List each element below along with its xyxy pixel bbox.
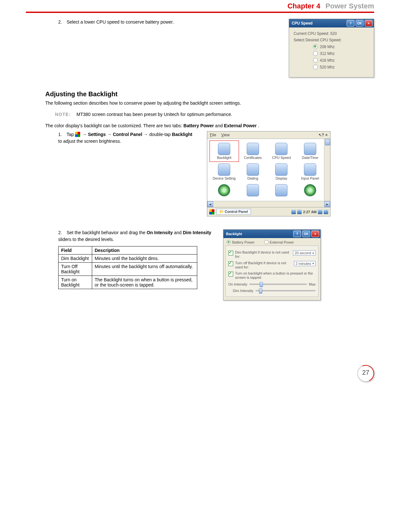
- field-description-table: Field Description Dim Backlight Minutes …: [58, 246, 197, 289]
- checkbox-label: Turn on backlight when a button is press…: [235, 271, 316, 280]
- step-open-backlight: 1. Tap → Settings → Control Panel → doub…: [58, 131, 197, 145]
- ok-button[interactable]: OK: [302, 231, 310, 237]
- whats-this-icon[interactable]: ↖?: [319, 133, 324, 137]
- start-button-icon[interactable]: [209, 209, 214, 214]
- cp-item-label: Dialing: [239, 176, 267, 180]
- cp-item-partial[interactable]: [297, 183, 324, 198]
- radio-icon: [313, 51, 318, 56]
- page-number: 27: [26, 365, 374, 383]
- slider-dim-intensity[interactable]: [255, 290, 316, 291]
- table-row: Turn on Backlight The Backlight turns on…: [59, 276, 197, 289]
- radio-icon: [227, 240, 231, 244]
- table-header-row: Field Description: [59, 246, 197, 255]
- step-number: 1.: [58, 131, 65, 138]
- cp-item-input-panel[interactable]: Input Panel: [297, 162, 324, 182]
- nav-control-panel: Control Panel: [113, 132, 142, 137]
- taskbar-button[interactable]: 📁 Control Panel: [216, 209, 251, 215]
- dialing-icon: [247, 163, 259, 176]
- note-label: NOTE:: [55, 111, 71, 118]
- cp-item-label: Backlight: [211, 156, 238, 160]
- radio-label: 520 Mhz: [320, 65, 335, 69]
- tab-external-power[interactable]: External Power: [264, 240, 294, 244]
- systray-icon[interactable]: [324, 210, 328, 214]
- checkbox-turn-on-backlight[interactable]: [228, 272, 233, 276]
- cp-item-label: Date/Time: [297, 156, 324, 160]
- checkbox-turn-off-backlight[interactable]: [228, 261, 233, 266]
- horizontal-scrollbar[interactable]: ◄ ►: [207, 201, 330, 207]
- cp-item-partial[interactable]: [211, 183, 238, 198]
- select-cpu-speed-label: Select Desired CPU Speed:: [294, 38, 370, 42]
- help-button[interactable]: ?: [293, 231, 301, 237]
- slider-name-on-intensity: On Intensity: [146, 230, 173, 235]
- cp-item-label: Input Panel: [297, 176, 324, 180]
- close-button[interactable]: ×: [365, 20, 373, 26]
- checkbox-label: Dim Backlight if device is not used for:: [235, 250, 291, 259]
- certificates-icon: [247, 143, 259, 155]
- slider-on-intensity[interactable]: [249, 284, 307, 285]
- cp-item-display[interactable]: Display: [268, 162, 295, 182]
- cp-item-backlight[interactable]: Backlight: [211, 141, 238, 161]
- dialog-title: Backlight: [226, 232, 292, 236]
- current-cpu-speed-label: Current CPU Speed: 520: [294, 31, 370, 36]
- radio-icon: [313, 58, 318, 63]
- cp-item-partial[interactable]: [268, 183, 295, 198]
- scroll-left-icon[interactable]: ◄: [207, 201, 213, 207]
- cp-item-partial[interactable]: [239, 183, 267, 198]
- header-rule: [26, 12, 374, 13]
- cp-item-dialing[interactable]: Dialing: [239, 162, 267, 182]
- cp-item-cpu-speed[interactable]: CPU Speed: [268, 141, 295, 161]
- ok-button[interactable]: OK: [356, 20, 363, 26]
- systray-icon[interactable]: [297, 210, 302, 214]
- tab-battery-power[interactable]: Battery Power: [227, 240, 254, 244]
- table-row: Turn Off Backlight Minutes until the bac…: [59, 263, 197, 276]
- tab-name-battery: Battery Power: [183, 123, 214, 128]
- cp-item-date-time[interactable]: Date/Time: [297, 141, 324, 161]
- slider-max-label: Max: [309, 282, 316, 286]
- cp-item-label: Display: [268, 176, 295, 180]
- menu-view[interactable]: VViewiew: [221, 133, 230, 137]
- nav-settings: Settings: [88, 132, 106, 137]
- cp-item-device-setting[interactable]: Device Setting: [211, 162, 238, 182]
- radio-label: 208 Mhz: [320, 45, 335, 49]
- cpu-speed-icon: [275, 143, 287, 155]
- section-heading: Adjusting the Backlight: [45, 90, 374, 98]
- systray-icon[interactable]: [291, 210, 296, 214]
- control-panel-window: FFileile VViewiew ↖? × Backlight: [207, 131, 330, 216]
- close-button[interactable]: ×: [311, 231, 319, 237]
- device-setting-icon: [218, 163, 230, 176]
- menu-file[interactable]: FFileile: [210, 133, 216, 137]
- tab-label: Battery Power: [232, 240, 254, 244]
- dropdown-off-timeout[interactable]: 2 minutes ▾: [294, 261, 316, 266]
- cpu-option-312[interactable]: 312 Mhz: [313, 51, 370, 56]
- running-header: Chapter 4 Power System: [26, 0, 374, 12]
- generic-icon: [275, 184, 287, 196]
- backlight-dialog: Backlight ? OK × Battery Power External …: [223, 229, 321, 300]
- taskbar-time: 2:27 AM: [303, 210, 317, 214]
- help-button[interactable]: ?: [347, 20, 354, 26]
- dialog-titlebar: Backlight ? OK ×: [223, 230, 320, 238]
- input-panel-icon: [304, 163, 316, 176]
- chapter-title: Power System: [326, 2, 374, 10]
- tab-name-external: External Power: [224, 123, 257, 128]
- radio-label: 312 Mhz: [320, 51, 335, 56]
- dropdown-dim-timeout[interactable]: 20 second ▾: [293, 250, 316, 256]
- systray-icon[interactable]: [318, 210, 322, 214]
- cp-item-certificates[interactable]: Certificates: [239, 141, 267, 161]
- cpu-option-208[interactable]: 208 Mhz: [313, 44, 370, 49]
- cpu-option-520[interactable]: 520 Mhz: [313, 65, 370, 69]
- scroll-right-icon[interactable]: ►: [324, 201, 330, 207]
- display-icon: [275, 163, 287, 176]
- checkbox-dim-backlight[interactable]: [228, 251, 233, 256]
- menu-bar: FFileile VViewiew ↖? ×: [207, 131, 330, 139]
- radio-icon: [313, 65, 318, 69]
- cpu-option-416[interactable]: 416 Mhz: [313, 58, 370, 63]
- vertical-scrollbar[interactable]: [324, 139, 330, 201]
- close-button[interactable]: ×: [325, 133, 328, 137]
- nav-backlight: Backlight: [172, 132, 192, 137]
- step-set-backlight: 2. Set the backlight behavior and drag t…: [58, 229, 213, 243]
- backlight-icon: [218, 143, 230, 155]
- col-header-description: Description: [92, 246, 197, 255]
- slider-label-dim-intensity: Dim Intensity: [233, 289, 254, 293]
- taskbar: 📁 Control Panel 2:27 AM: [207, 207, 330, 216]
- note-text: MT380 screen contrast has been preset by…: [77, 111, 232, 118]
